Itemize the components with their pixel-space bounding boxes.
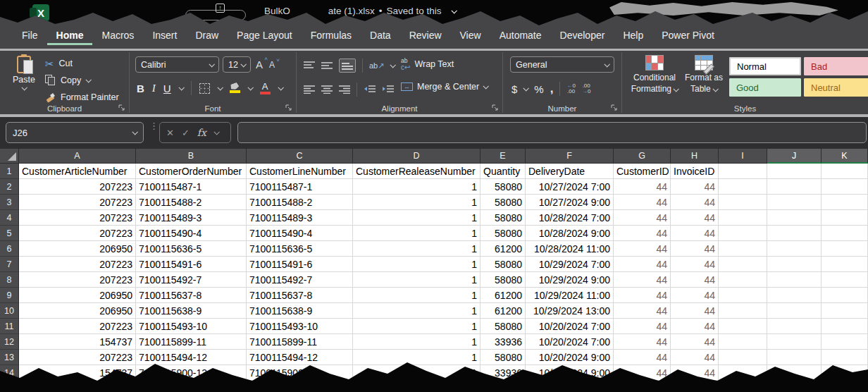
cell[interactable] (719, 210, 767, 226)
cell[interactable]: 10/28/2024 9:00 (526, 226, 614, 241)
cell[interactable]: 7100115488-2 (247, 195, 353, 210)
column-header-k[interactable]: K (822, 149, 868, 164)
cell-style-good[interactable]: Good (729, 78, 801, 97)
cell[interactable]: 7100115899-11 (247, 334, 353, 350)
cell[interactable] (719, 288, 767, 303)
decrease-decimal-button[interactable]: .00→0 (582, 83, 590, 94)
cell[interactable]: 7100115487-1 (136, 179, 247, 195)
cell[interactable]: 61200 (480, 288, 526, 303)
tab-insert[interactable]: Insert (143, 26, 186, 45)
cell[interactable] (822, 288, 868, 303)
bottom-align-button-selected[interactable] (339, 59, 356, 73)
comma-style-button[interactable]: , (550, 82, 554, 96)
title-chevron-down-icon[interactable] (451, 8, 457, 13)
clipboard-dialog-launcher[interactable] (118, 104, 125, 111)
column-header-j[interactable]: J (767, 149, 822, 164)
cell[interactable]: CustomerLineNumber (247, 164, 353, 179)
cell[interactable] (767, 195, 822, 210)
decrease-font-size-button[interactable]: A˅ (268, 60, 276, 70)
cell[interactable]: 10/28/2024 11:00 (526, 241, 614, 257)
cell[interactable]: 44 (671, 257, 719, 272)
column-header-a[interactable]: A (19, 149, 136, 164)
cell[interactable]: 1 (353, 241, 480, 257)
autosave-icon[interactable]: ↑ (216, 4, 225, 13)
row-header-6[interactable]: 6 (0, 241, 19, 257)
cell[interactable]: 44 (614, 319, 671, 334)
cell[interactable] (767, 319, 822, 334)
cell[interactable] (822, 257, 868, 272)
cell[interactable]: 44 (671, 272, 719, 288)
cell[interactable] (767, 288, 822, 303)
currency-chevron-icon[interactable] (523, 85, 529, 91)
cell[interactable] (822, 319, 868, 334)
tab-formulas[interactable]: Formulas (302, 26, 361, 45)
increase-indent-button[interactable] (382, 85, 394, 94)
row-header-12[interactable]: 12 (0, 334, 19, 350)
cell[interactable]: 1 (353, 350, 480, 365)
column-header-g[interactable]: G (614, 149, 671, 164)
increase-decimal-button[interactable]: ←0.00 (566, 83, 575, 94)
cell[interactable]: 207223 (19, 179, 136, 195)
cell[interactable]: 7100115493-10 (136, 319, 247, 334)
cell[interactable]: 207223 (19, 195, 136, 210)
cell[interactable]: CustomerID (614, 164, 671, 179)
confirm-entry-icon[interactable]: ✓ (182, 128, 190, 138)
row-header-7[interactable]: 7 (0, 257, 19, 272)
underline-chevron-icon[interactable] (178, 85, 184, 90)
row-header-5[interactable]: 5 (0, 226, 19, 241)
orientation-chevron-icon[interactable] (390, 62, 396, 68)
merge-center-chevron-icon[interactable] (483, 83, 489, 89)
row-header-2[interactable]: 2 (0, 179, 19, 195)
column-header-h[interactable]: H (671, 149, 719, 164)
cell[interactable] (719, 164, 767, 179)
copy-button[interactable]: Copy (45, 73, 119, 87)
cell[interactable]: 44 (671, 350, 719, 365)
cell[interactable]: 1 (353, 334, 480, 350)
cell[interactable] (767, 272, 822, 288)
borders-icon[interactable] (199, 83, 210, 94)
cell[interactable]: 7100115638-9 (136, 303, 247, 319)
cell[interactable]: 10/28/2024 7:00 (526, 210, 614, 226)
font-color-button[interactable]: A (260, 82, 271, 94)
cell[interactable]: 58080 (480, 350, 526, 365)
formula-bar-grip[interactable]: ⋮ (149, 123, 155, 129)
tab-draw[interactable]: Draw (186, 26, 228, 45)
cell[interactable]: CustomerOrderNumber (136, 164, 247, 179)
cell[interactable] (822, 179, 868, 195)
select-all-corner[interactable] (0, 149, 19, 164)
cell[interactable]: 44 (614, 241, 671, 257)
row-header-4[interactable]: 4 (0, 210, 19, 226)
cell[interactable]: 207223 (19, 319, 136, 334)
tab-file[interactable]: File (13, 26, 47, 45)
tab-macros[interactable]: Macros (92, 26, 143, 45)
cell[interactable]: 207223 (19, 226, 136, 241)
cell[interactable]: DeliveryDate (526, 164, 614, 179)
cell[interactable] (767, 164, 822, 179)
tab-automate[interactable]: Automate (490, 26, 551, 45)
column-header-e[interactable]: E (480, 149, 526, 164)
cell[interactable]: 44 (614, 226, 671, 241)
row-header-8[interactable]: 8 (0, 272, 19, 288)
fill-color-chevron-icon[interactable] (247, 85, 253, 90)
cell[interactable]: 1 (353, 226, 480, 241)
cell[interactable]: 10/29/2024 9:00 (526, 272, 614, 288)
cell[interactable] (719, 226, 767, 241)
format-as-table-button[interactable]: Format as Table (681, 55, 726, 94)
cell[interactable]: 7100115636-5 (136, 241, 247, 257)
cell-style-neutral[interactable]: Neutral (804, 78, 868, 97)
cell[interactable]: 1 (353, 303, 480, 319)
cell[interactable]: 58080 (480, 195, 526, 210)
cell[interactable]: 44 (614, 210, 671, 226)
cell[interactable] (719, 179, 767, 195)
cell[interactable] (767, 226, 822, 241)
cancel-entry-icon[interactable]: ✕ (166, 128, 174, 138)
row-header-3[interactable]: 3 (0, 195, 19, 210)
cell[interactable] (719, 350, 767, 365)
font-color-chevron-icon[interactable] (278, 85, 283, 90)
wrap-text-button[interactable]: abc↩ Wrap Text (401, 58, 454, 71)
cell[interactable]: 7100115899-11 (136, 334, 247, 350)
cell[interactable] (719, 241, 767, 257)
number-format-combobox[interactable]: General (510, 56, 614, 73)
font-name-combobox[interactable]: Calibri (135, 56, 219, 73)
cell[interactable]: 61200 (480, 303, 526, 319)
